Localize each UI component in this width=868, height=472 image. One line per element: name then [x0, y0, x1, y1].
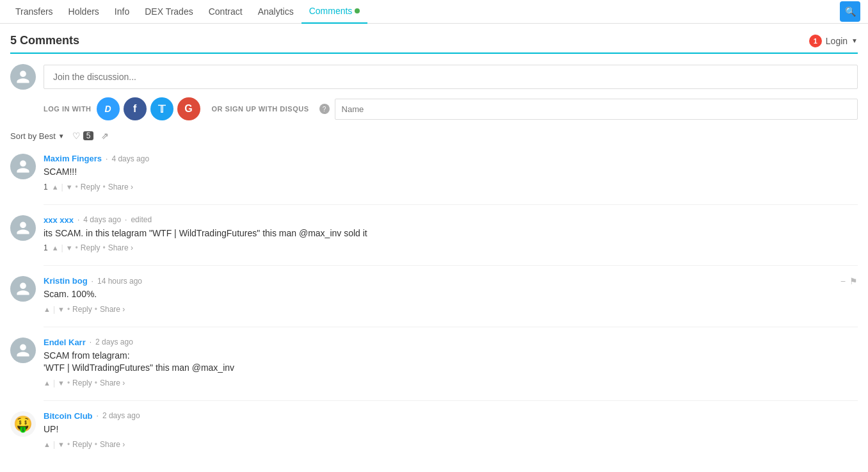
comment-author[interactable]: Endel Karr [44, 338, 86, 347]
name-input[interactable] [335, 99, 858, 120]
comment-body: xxx xxx · 4 days ago · edited its SCAM. … [44, 215, 858, 253]
upvote-button[interactable]: ▲ [44, 305, 51, 313]
avatar-icon [15, 281, 31, 297]
share-button[interactable]: Share › [100, 305, 125, 314]
google-login-button[interactable]: G [177, 97, 200, 120]
comment-edited: edited [131, 215, 152, 224]
comment-body: Endel Karr · 2 days ago SCAM from telagr… [44, 338, 858, 387]
reply-button[interactable]: Reply [72, 378, 92, 387]
downvote-button[interactable]: ▼ [58, 441, 65, 448]
comment-controls: − ⚑ [840, 276, 858, 314]
comment-time-dot: · [106, 154, 108, 163]
share-button[interactable]: Share › [100, 440, 125, 449]
nav-holders[interactable]: Holders [61, 0, 107, 24]
twitter-login-button[interactable]: 𝕋 [150, 97, 173, 120]
comment-text: Scam. 100%. [44, 288, 833, 301]
top-navigation: Transfers Holders Info DEX Trades Contra… [0, 0, 868, 24]
login-with-row: LOG IN WITH D f 𝕋 G OR SIGN UP WITH DISQ… [10, 97, 858, 120]
comment-time: 14 hours ago [97, 277, 142, 286]
chevron-down-icon: ▼ [851, 37, 858, 44]
share-button[interactable]: Share › [108, 183, 133, 191]
reply-button[interactable]: Reply [72, 440, 92, 449]
comment-avatar-bitcoin: 🤑 [10, 411, 36, 437]
search-button[interactable]: 🔍 [840, 1, 860, 22]
join-discussion-input[interactable] [44, 65, 858, 89]
vote-count: 1 [44, 183, 48, 191]
nav-transfers[interactable]: Transfers [8, 0, 61, 24]
user-icon [15, 69, 31, 85]
log-in-with-label: LOG IN WITH [44, 105, 92, 113]
comment-body: Bitcoin Club · 2 days ago UP! ▲ | ▼ • Re… [44, 411, 858, 449]
upvote-button[interactable]: ▲ [44, 379, 51, 387]
reply-button[interactable]: Reply [81, 183, 100, 191]
help-icon[interactable]: ? [319, 104, 330, 114]
comment-item: Kristin bog · 14 hours ago Scam. 100%. ▲… [10, 276, 858, 314]
comment-divider [44, 265, 858, 266]
comment-body: Kristin bog · 14 hours ago Scam. 100%. ▲… [44, 276, 833, 314]
login-badge: 1 [809, 35, 822, 47]
comment-time-dot: · [90, 338, 92, 346]
comment-actions: ▲ | ▼ • Reply • Share › [44, 305, 833, 314]
comment-item: Maxim Fingers · 4 days ago SCAM!!! 1 ▲ |… [10, 154, 858, 191]
nav-comments[interactable]: Comments [301, 0, 368, 24]
downvote-button[interactable]: ▼ [58, 379, 65, 387]
comment-meta: Maxim Fingers · 4 days ago [44, 154, 858, 163]
comment-author[interactable]: Maxim Fingers [44, 154, 102, 163]
comments-header: 5 Comments 1 Login ▼ [10, 34, 858, 54]
join-discussion-area [10, 64, 858, 90]
comment-meta: Endel Karr · 2 days ago [44, 338, 858, 347]
comment-meta: Bitcoin Club · 2 days ago [44, 411, 858, 421]
comment-text: SCAM!!! [44, 166, 858, 179]
login-label: Login [826, 36, 848, 46]
likes-area[interactable]: ♡ 5 [72, 131, 94, 141]
comment-avatar [10, 154, 36, 179]
comment-item: Endel Karr · 2 days ago SCAM from telagr… [10, 338, 858, 387]
or-signup-label: OR SIGN UP WITH DISQUS [212, 105, 309, 113]
comment-author[interactable]: Bitcoin Club [44, 411, 93, 421]
comment-text: UP! [44, 423, 858, 436]
share-button[interactable]: Share › [108, 243, 133, 252]
comment-actions: ▲ | ▼ • Reply • Share › [44, 378, 858, 387]
downvote-button[interactable]: ▼ [66, 244, 73, 252]
upvote-button[interactable]: ▲ [44, 441, 51, 448]
comment-meta: xxx xxx · 4 days ago · edited [44, 215, 858, 225]
upvote-button[interactable]: ▲ [52, 183, 59, 191]
comment-item: 🤑 Bitcoin Club · 2 days ago UP! ▲ | ▼ • … [10, 411, 858, 449]
comment-time-dot: · [92, 277, 93, 286]
comment-author[interactable]: xxx xxx [44, 215, 74, 225]
comment-time: 4 days ago [83, 215, 121, 224]
reply-button[interactable]: Reply [81, 243, 100, 252]
facebook-login-button[interactable]: f [124, 97, 147, 120]
upvote-button[interactable]: ▲ [52, 244, 59, 252]
comment-avatar [10, 276, 36, 302]
nav-contract[interactable]: Contract [201, 0, 250, 24]
comment-time-dot: · [77, 215, 79, 224]
share-button[interactable]: Share › [100, 378, 125, 387]
sort-by-button[interactable]: Sort by Best ▼ [10, 131, 65, 141]
main-content: 5 Comments 1 Login ▼ LOG IN WITH D f 𝕋 G… [0, 24, 868, 472]
comment-author[interactable]: Kristin bog [44, 276, 88, 286]
comment-time: 2 days ago [95, 338, 133, 346]
comment-meta: Kristin bog · 14 hours ago [44, 276, 833, 286]
user-avatar [10, 64, 36, 90]
comment-time-dot: · [97, 411, 99, 420]
nav-dex-trades[interactable]: DEX Trades [137, 0, 200, 24]
comment-time: 2 days ago [102, 411, 140, 420]
downvote-button[interactable]: ▼ [58, 305, 65, 313]
downvote-button[interactable]: ▼ [66, 183, 73, 191]
comment-avatar [10, 338, 36, 363]
comment-actions: ▲ | ▼ • Reply • Share › [44, 440, 858, 449]
comment-item: xxx xxx · 4 days ago · edited its SCAM. … [10, 215, 858, 253]
disqus-login-button[interactable]: D [97, 97, 120, 120]
sort-bar: Sort by Best ▼ ♡ 5 ⇗ [10, 131, 858, 141]
comment-divider [44, 400, 858, 401]
share-icon[interactable]: ⇗ [101, 131, 109, 141]
nav-analytics[interactable]: Analytics [250, 0, 301, 24]
login-area[interactable]: 1 Login ▼ [809, 35, 858, 47]
collapse-button[interactable]: − [840, 276, 846, 286]
reply-button[interactable]: Reply [72, 305, 92, 314]
flag-button[interactable]: ⚑ [849, 276, 858, 286]
vote-count: 1 [44, 243, 48, 252]
nav-info[interactable]: Info [107, 0, 137, 24]
comment-text: SCAM from telagram: 'WTF | WildTradingFu… [44, 350, 858, 375]
